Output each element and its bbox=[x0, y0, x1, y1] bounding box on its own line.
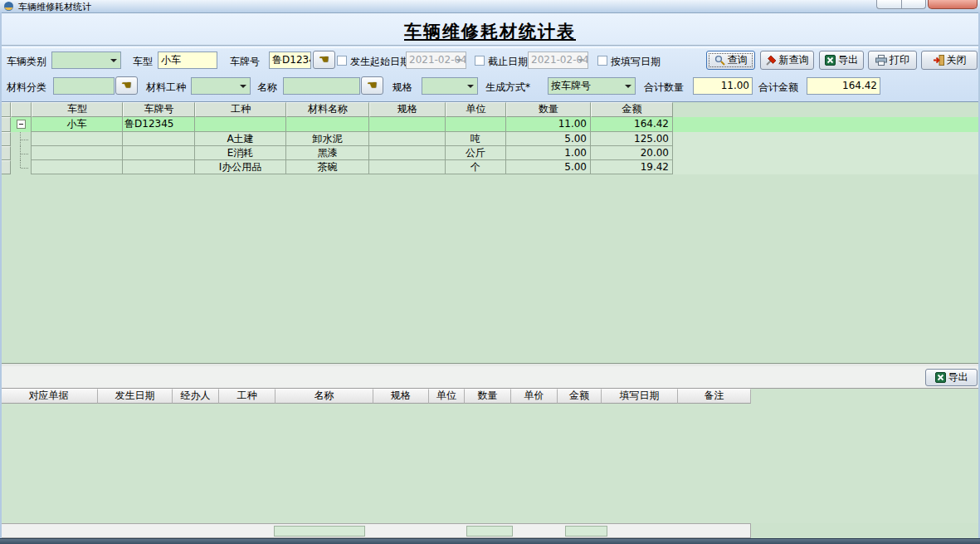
window-controls bbox=[876, 0, 978, 9]
start-date-checkbox[interactable] bbox=[337, 56, 347, 66]
detail-column-spec[interactable]: 规格 bbox=[373, 389, 429, 404]
cell-spec[interactable] bbox=[369, 146, 446, 160]
total-amount-field: 164.42 bbox=[807, 77, 880, 95]
name-picker-button[interactable]: ☚ bbox=[361, 76, 383, 95]
query-button[interactable]: 查询 bbox=[706, 51, 755, 70]
by-fill-date-checkbox[interactable] bbox=[597, 56, 607, 66]
cell-amount[interactable]: 19.42 bbox=[591, 160, 673, 174]
cell-empty[interactable] bbox=[369, 117, 446, 132]
detail-column-qty[interactable]: 数量 bbox=[465, 389, 511, 404]
minimize-button[interactable] bbox=[876, 0, 901, 9]
detail-grid-header: 对应单据 发生日期 经办人 工种 名称 规格 单位 数量 单价 金额 填写日期 … bbox=[0, 389, 980, 404]
maximize-button[interactable] bbox=[901, 0, 926, 9]
cell-worktype[interactable]: I办公用品 bbox=[195, 160, 286, 174]
cell-unit[interactable]: 公斤 bbox=[446, 146, 506, 160]
detail-column-unit[interactable]: 单位 bbox=[429, 389, 465, 404]
close-window-button[interactable] bbox=[928, 0, 978, 9]
tree-cell bbox=[11, 146, 32, 160]
cell-empty[interactable] bbox=[32, 132, 123, 146]
detail-column-remark[interactable]: 备注 bbox=[678, 389, 751, 404]
cell-material[interactable]: 茶碗 bbox=[286, 160, 369, 174]
detail-column-amount[interactable]: 金额 bbox=[558, 389, 602, 404]
column-header-worktype[interactable]: 工种 bbox=[195, 102, 286, 117]
column-header-material[interactable]: 材料名称 bbox=[286, 102, 369, 117]
close-button[interactable]: 关闭 bbox=[921, 51, 978, 70]
plate-input[interactable]: 鲁D12345 bbox=[269, 51, 311, 69]
cell-amount[interactable]: 125.00 bbox=[591, 132, 673, 146]
column-header-unit[interactable]: 单位 bbox=[446, 102, 506, 117]
cell-empty[interactable] bbox=[286, 117, 369, 132]
cell-qty[interactable]: 1.00 bbox=[506, 146, 591, 160]
cell-material[interactable]: 黑漆 bbox=[286, 146, 369, 160]
print-button[interactable]: 打印 bbox=[868, 51, 917, 70]
cell-unit[interactable]: 吨 bbox=[446, 132, 506, 146]
table-row[interactable]: A土建 卸水泥 吨 5.00 125.00 bbox=[0, 132, 980, 146]
cell-qty[interactable]: 11.00 bbox=[506, 117, 591, 132]
by-fill-date-label: 按填写日期 bbox=[611, 55, 661, 69]
excel-icon bbox=[935, 372, 946, 383]
collapse-toggle[interactable] bbox=[11, 117, 32, 132]
detail-export-button[interactable]: 导出 bbox=[925, 369, 978, 386]
vehicle-category-select[interactable] bbox=[51, 51, 121, 69]
cell-material[interactable]: 卸水泥 bbox=[286, 132, 369, 146]
cell-amount[interactable]: 164.42 bbox=[591, 117, 673, 132]
cell-plate[interactable]: 鲁D12345 bbox=[123, 117, 195, 132]
export-button-label: 导出 bbox=[838, 53, 858, 67]
column-header-amount[interactable]: 金额 bbox=[591, 102, 673, 117]
detail-column-fill-date[interactable]: 填写日期 bbox=[602, 389, 678, 404]
collapse-minus-icon bbox=[17, 120, 26, 129]
vehicle-type-input[interactable]: 小车 bbox=[158, 51, 217, 69]
cell-spec[interactable] bbox=[369, 132, 446, 146]
detail-grid-body[interactable] bbox=[0, 404, 980, 523]
footer-summary-box bbox=[274, 526, 365, 537]
plate-picker-button[interactable]: ☚ bbox=[313, 51, 335, 69]
group-row[interactable]: 小车 鲁D12345 11.00 164.42 bbox=[0, 117, 980, 132]
window-left-border bbox=[0, 12, 2, 538]
cell-qty[interactable]: 5.00 bbox=[506, 132, 591, 146]
cell-vehicle-type[interactable]: 小车 bbox=[32, 117, 123, 132]
cell-qty[interactable]: 5.00 bbox=[506, 160, 591, 174]
detail-grid-footer bbox=[0, 523, 751, 538]
column-header-plate[interactable]: 车牌号 bbox=[123, 102, 195, 117]
cell-empty[interactable] bbox=[123, 160, 195, 174]
detail-export-button-label: 导出 bbox=[948, 370, 968, 385]
cell-empty[interactable] bbox=[123, 146, 195, 160]
exit-door-icon bbox=[933, 55, 944, 66]
column-header-qty[interactable]: 数量 bbox=[506, 102, 591, 117]
detail-column-price[interactable]: 单价 bbox=[511, 389, 558, 404]
cell-unit[interactable]: 个 bbox=[446, 160, 506, 174]
end-date-label: 截止日期 bbox=[488, 55, 528, 69]
cell-empty[interactable] bbox=[446, 117, 506, 132]
new-query-button[interactable]: 新查询 bbox=[760, 51, 814, 70]
cell-empty[interactable] bbox=[32, 160, 123, 174]
detail-column-worktype[interactable]: 工种 bbox=[219, 389, 275, 404]
material-category-picker-button[interactable]: ☚ bbox=[115, 76, 138, 95]
filter-row-1: 车辆类别 车型 小车 车牌号 鲁D12345 ☚ 发生起始日期 2021-02-… bbox=[0, 50, 980, 72]
page-title: 车辆维修耗材统计表 bbox=[0, 20, 980, 43]
cell-worktype[interactable]: E消耗 bbox=[195, 146, 286, 160]
detail-column-doc[interactable]: 对应单据 bbox=[0, 389, 98, 404]
end-date-checkbox[interactable] bbox=[475, 56, 485, 66]
column-header-spec[interactable]: 规格 bbox=[369, 102, 446, 117]
detail-column-name[interactable]: 名称 bbox=[275, 389, 373, 404]
gen-mode-select[interactable]: 按车牌号 bbox=[548, 77, 636, 95]
material-worktype-select[interactable] bbox=[191, 77, 251, 95]
cell-empty[interactable] bbox=[123, 132, 195, 146]
end-date-picker[interactable]: 2021-02-04 bbox=[528, 51, 588, 69]
cell-spec[interactable] bbox=[369, 160, 446, 174]
table-row[interactable]: E消耗 黑漆 公斤 1.00 20.00 bbox=[0, 146, 980, 160]
start-date-picker[interactable]: 2021-02-04 bbox=[406, 51, 466, 69]
table-row[interactable]: I办公用品 茶碗 个 5.00 19.42 bbox=[0, 160, 980, 174]
name-input[interactable] bbox=[283, 77, 360, 95]
chevron-down-icon bbox=[240, 85, 246, 88]
column-header-vehicle-type[interactable]: 车型 bbox=[32, 102, 123, 117]
cell-empty[interactable] bbox=[32, 146, 123, 160]
cell-empty[interactable] bbox=[195, 117, 286, 132]
detail-column-date[interactable]: 发生日期 bbox=[98, 389, 173, 404]
export-button[interactable]: 导出 bbox=[819, 51, 864, 70]
detail-column-handler[interactable]: 经办人 bbox=[173, 389, 219, 404]
material-category-input[interactable] bbox=[53, 77, 115, 95]
cell-amount[interactable]: 20.00 bbox=[591, 146, 673, 160]
cell-worktype[interactable]: A土建 bbox=[195, 132, 286, 146]
spec-select[interactable] bbox=[422, 77, 478, 95]
